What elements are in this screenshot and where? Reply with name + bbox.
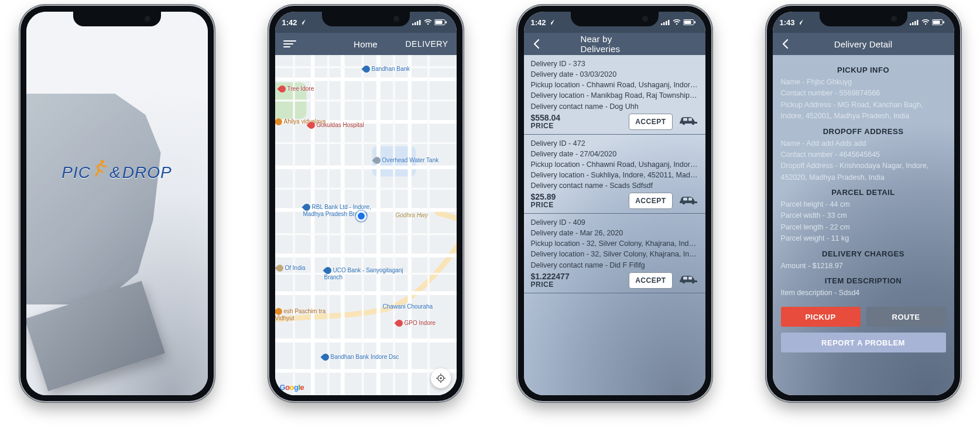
svg-rect-3	[417, 21, 419, 25]
accept-button[interactable]: ACCEPT	[629, 272, 672, 289]
parcel-height: Parcel height - 44 cm	[781, 199, 946, 210]
svg-rect-41	[943, 21, 944, 23]
parcel-weight: Parcel weight - 11 kg	[781, 233, 946, 244]
accept-button[interactable]: ACCEPT	[629, 193, 672, 209]
status-time: 1:42	[282, 18, 297, 27]
lbl: Delivery date	[531, 150, 574, 158]
svg-rect-21	[694, 21, 695, 23]
svg-rect-2	[414, 22, 416, 25]
car-icon	[679, 194, 698, 208]
map-poi[interactable]: Chawani Chouraha	[383, 303, 433, 310]
map-poi[interactable]: GPO Indore	[396, 320, 436, 327]
car-icon	[679, 115, 698, 128]
notch	[820, 12, 907, 26]
section-heading-pickup: PICKUP INFO	[781, 66, 946, 74]
val: 409	[573, 218, 585, 227]
svg-rect-34	[910, 23, 912, 25]
svg-rect-40	[933, 20, 940, 24]
lbl: Pickup location	[531, 160, 580, 169]
price-value: $558.04	[531, 113, 623, 122]
back-button[interactable]	[781, 39, 789, 49]
car-icon	[679, 273, 698, 287]
val: Dog Uhh	[609, 102, 638, 111]
svg-point-13	[440, 377, 442, 379]
section-heading-description: ITEM DESCRIPTION	[781, 276, 946, 285]
battery-icon	[434, 19, 447, 25]
val: Sukhliya, Indore, 452011, Madh...	[591, 171, 698, 179]
svg-rect-16	[666, 21, 667, 25]
map-poi[interactable]: Tree Idore	[279, 85, 314, 93]
user-location-dot	[356, 211, 366, 221]
back-button[interactable]	[532, 39, 540, 49]
section-heading-charges: DELIVERY CHARGES	[781, 249, 946, 258]
delivery-card[interactable]: Delivery ID - 472 Delivery date - 27/04/…	[524, 135, 705, 214]
status-time: 1:42	[531, 18, 546, 27]
recenter-button[interactable]	[431, 368, 451, 388]
item-description: Item description - Sdsd4	[781, 287, 946, 299]
runner-icon	[92, 159, 108, 177]
map-poi[interactable]: Bandhan Bank Indore Dsc	[322, 354, 399, 361]
report-problem-button[interactable]: REPORT A PROBLEM	[781, 333, 946, 352]
map-view[interactable]: Tree Idore Ahilya vidyalaya Bandhan Bank…	[275, 55, 457, 395]
svg-point-31	[691, 281, 694, 284]
delivery-card[interactable]: Delivery ID - 409 Delivery date - Mar 26…	[524, 214, 705, 293]
price-value: $1.222477	[531, 272, 623, 281]
price-label: PRICE	[531, 281, 623, 289]
map-poi[interactable]: RBL Bank Ltd - Indore, Madhya Pradesh Br…	[303, 204, 379, 218]
stage: PIC & DROP 1:42	[0, 0, 980, 428]
lbl: Delivery location	[531, 250, 585, 258]
val: 27/04/2020	[580, 150, 617, 158]
svg-rect-36	[914, 21, 916, 25]
lbl: Delivery location	[531, 91, 585, 100]
svg-rect-37	[917, 20, 919, 25]
map-road-label: Godhra Hwy	[396, 212, 429, 219]
map-poi[interactable]: Of India	[276, 265, 306, 272]
location-services-icon	[797, 19, 803, 25]
logo-drop: DROP	[122, 163, 172, 182]
delivery-card[interactable]: Delivery ID - 373 Delivery date - 03/03/…	[524, 55, 705, 135]
svg-rect-4	[419, 20, 421, 25]
svg-rect-14	[661, 23, 663, 25]
wifi-icon	[424, 19, 432, 25]
map-poi[interactable]: UCO Bank - Sanyogitaganj Branch	[324, 267, 406, 281]
svg-rect-24	[683, 118, 687, 121]
lbl: Delivery location	[531, 171, 585, 179]
val: Chhawni Road, Ushaganj, Indore,...	[587, 160, 698, 169]
svg-rect-1	[412, 23, 414, 25]
dropoff-name: Name - Add add Adds add	[781, 138, 946, 149]
map-poi[interactable]: esh Paschim tra Vidhyut	[275, 308, 328, 322]
role-label[interactable]: DELIVERY	[396, 39, 448, 49]
parcel-length: Parcel length - 22 cm	[781, 222, 946, 233]
location-services-icon	[300, 19, 306, 25]
detail-scroll[interactable]: PICKUP INFO Name - Fhjbc Ghkuyg Contact …	[773, 55, 954, 395]
lbl: Delivery contact name	[531, 261, 604, 269]
app-header: Near by Deliveries	[524, 33, 705, 55]
svg-rect-25	[688, 118, 692, 121]
route-button[interactable]: ROUTE	[866, 307, 946, 327]
lbl: Delivery ID	[531, 60, 567, 68]
svg-point-26	[682, 201, 685, 204]
accept-button[interactable]: ACCEPT	[629, 114, 672, 130]
logo-amp: &	[109, 163, 121, 182]
svg-rect-29	[688, 197, 692, 200]
lbl: Delivery ID	[531, 139, 567, 148]
svg-point-0	[101, 160, 104, 163]
notch	[73, 12, 161, 26]
svg-rect-20	[684, 20, 691, 24]
map-poi[interactable]: Overhead Water Tank	[374, 157, 439, 164]
map-poi[interactable]: Bandhan Bank	[363, 66, 410, 73]
location-services-icon	[549, 19, 554, 25]
menu-icon[interactable]	[283, 39, 296, 49]
cellular-icon	[412, 19, 422, 25]
section-heading-parcel: PARCEL DETAIL	[781, 188, 946, 197]
svg-rect-15	[663, 22, 665, 25]
val: Scads Sdfsdf	[609, 182, 653, 190]
pickup-button[interactable]: PICKUP	[781, 307, 861, 327]
cellular-icon	[910, 19, 919, 25]
price-label: PRICE	[531, 122, 623, 131]
map-poi[interactable]: Gokuldas Hospital	[308, 122, 364, 129]
delivery-list[interactable]: Delivery ID - 373 Delivery date - 03/03/…	[524, 55, 705, 395]
lbl: Pickup location	[531, 239, 580, 248]
val: 32, Silver Colony, Khajrana, Indore...	[587, 239, 698, 248]
logo-pic: PIC	[61, 163, 91, 182]
